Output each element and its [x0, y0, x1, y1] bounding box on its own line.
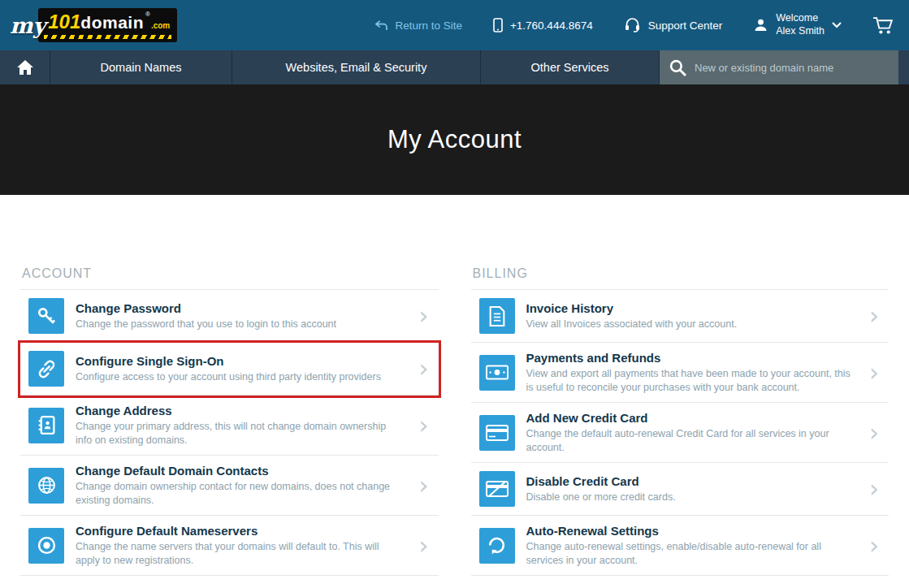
logo-domain-text: domain [80, 13, 144, 32]
item-description: Change the name servers that your domain… [76, 540, 405, 567]
return-to-site-link[interactable]: Return to Site [375, 19, 462, 32]
return-to-site-label: Return to Site [395, 19, 462, 32]
cash-icon [479, 355, 515, 391]
chevron-right-icon: › [416, 357, 432, 381]
item-configure-default-nameservers[interactable]: Configure Default Nameservers Change the… [20, 516, 439, 576]
chevron-right-icon: › [416, 413, 432, 438]
item-title: Change Address [76, 404, 405, 417]
item-configure-single-sign-on[interactable]: Configure Single Sign-On Configure acces… [20, 343, 439, 396]
item-text: Configure Single Sign-On Configure acces… [76, 354, 416, 384]
logo[interactable]: my 101 domain ® .com [10, 8, 177, 42]
item-add-new-credit-card[interactable]: Add New Credit Card Change the default a… [471, 403, 890, 463]
chevron-right-icon: › [866, 421, 882, 445]
section-heading-account: ACCOUNT [22, 266, 439, 281]
chevron-right-icon: › [866, 304, 882, 328]
domain-search-box [660, 50, 898, 84]
topbar: my 101 domain ® .com Return to Site +1.7… [0, 0, 909, 50]
cart-button[interactable] [872, 16, 894, 35]
user-icon [753, 18, 768, 32]
item-change-password[interactable]: Change Password Change the password that… [20, 290, 439, 343]
item-description: Change the default auto-renewal Credit C… [526, 427, 855, 454]
item-description: Change your primary address, this will n… [76, 420, 405, 447]
search-input[interactable] [695, 62, 889, 74]
topbar-actions: Return to Site +1.760.444.8674 Support C… [375, 12, 894, 37]
credit-card-disable-icon [479, 471, 515, 507]
cart-icon [872, 16, 894, 35]
phone-link[interactable]: +1.760.444.8674 [493, 18, 593, 32]
section-heading-billing: BILLING [473, 266, 890, 281]
item-text: Change Password Change the password that… [76, 301, 416, 331]
return-arrow-icon [375, 20, 387, 31]
billing-section: BILLING Invoice History View all Invoice… [471, 266, 890, 576]
item-invoice-history[interactable]: Invoice History View all Invoices associ… [471, 290, 890, 343]
search-icon [669, 59, 686, 76]
item-title: Configure Single Sign-On [76, 354, 405, 368]
item-title: Disable Credit Card [526, 474, 855, 488]
home-icon [17, 60, 33, 75]
address-book-icon [28, 408, 64, 443]
support-center-link[interactable]: Support Center [624, 18, 723, 32]
home-button[interactable] [0, 50, 50, 84]
item-title: Payments and Refunds [526, 351, 855, 365]
auto-renewal-icon [479, 528, 515, 564]
item-disable-credit-card[interactable]: Disable Credit Card Disable one or more … [471, 463, 890, 516]
item-text: Auto-Renewal Settings Change auto-renewa… [526, 524, 867, 567]
item-change-address[interactable]: Change Address Change your primary addre… [20, 396, 439, 456]
billing-card-list: Invoice History View all Invoices associ… [471, 289, 890, 576]
key-icon [28, 298, 64, 334]
nav-item-domain-names[interactable]: Domain Names [50, 50, 232, 84]
account-card-list: Change Password Change the password that… [20, 289, 439, 576]
nav-end-spacer [898, 50, 909, 84]
item-title: Change Password [76, 301, 405, 315]
chevron-right-icon: › [866, 477, 882, 501]
phone-icon [493, 18, 503, 32]
main-nav: Domain Names Websites, Email & Security … [0, 50, 909, 84]
item-description: Disable one or more credit cards. [526, 491, 855, 504]
invoice-icon [479, 298, 515, 334]
item-title: Invoice History [526, 301, 855, 315]
page-title: My Account [387, 125, 522, 154]
hero-banner: My Account [0, 84, 909, 195]
nav-label: Websites, Email & Security [286, 61, 427, 74]
item-description: Change domain ownership contact for new … [76, 480, 405, 507]
item-description: Configure access to your account using t… [76, 370, 405, 384]
item-text: Add New Credit Card Change the default a… [526, 411, 867, 454]
item-description: Change the password that you use to logi… [76, 318, 405, 331]
item-title: Change Default Domain Contacts [76, 464, 405, 478]
item-payments-and-refunds[interactable]: Payments and Refunds View and export all… [471, 343, 890, 403]
item-text: Configure Default Nameservers Change the… [76, 524, 416, 567]
headset-icon [624, 18, 641, 32]
logo-tld-text: .com [151, 21, 170, 30]
credit-card-icon [479, 415, 515, 451]
logo-box: 101 domain ® .com [38, 8, 177, 42]
logo-registered-mark: ® [145, 11, 150, 18]
globe-icon [28, 468, 64, 504]
chevron-right-icon: › [866, 534, 882, 558]
account-section: ACCOUNT Change Password Change the passw… [20, 266, 439, 576]
item-change-default-domain-contacts[interactable]: Change Default Domain Contacts Change do… [20, 456, 439, 516]
nav-label: Other Services [531, 61, 609, 74]
item-description: View and export all payments that have b… [526, 367, 855, 394]
item-text: Payments and Refunds View and export all… [526, 351, 867, 394]
chevron-right-icon: › [416, 534, 432, 558]
item-title: Auto-Renewal Settings [526, 524, 855, 538]
item-text: Invoice History View all Invoices associ… [526, 301, 867, 331]
logo-my-text: my [10, 13, 45, 38]
account-menu[interactable]: Welcome Alex Smith [753, 12, 842, 37]
item-text: Disable Credit Card Disable one or more … [526, 474, 867, 504]
target-icon [28, 528, 64, 564]
link-icon [28, 351, 64, 387]
logo-101-text: 101 [48, 11, 80, 33]
chevron-down-icon [832, 22, 842, 28]
item-text: Change Address Change your primary addre… [76, 404, 416, 447]
nav-item-websites-email-security[interactable]: Websites, Email & Security [232, 50, 481, 84]
support-center-label: Support Center [648, 19, 723, 32]
nav-item-other-services[interactable]: Other Services [481, 50, 660, 84]
chevron-right-icon: › [416, 304, 432, 328]
account-content: ACCOUNT Change Password Change the passw… [0, 266, 909, 576]
user-name: Alex Smith [776, 25, 825, 38]
item-title: Add New Credit Card [526, 411, 855, 425]
welcome-label: Welcome [776, 12, 825, 25]
item-auto-renewal-settings[interactable]: Auto-Renewal Settings Change auto-renewa… [471, 516, 890, 576]
item-description: Change auto-renewal settings, enable/dis… [526, 540, 855, 567]
